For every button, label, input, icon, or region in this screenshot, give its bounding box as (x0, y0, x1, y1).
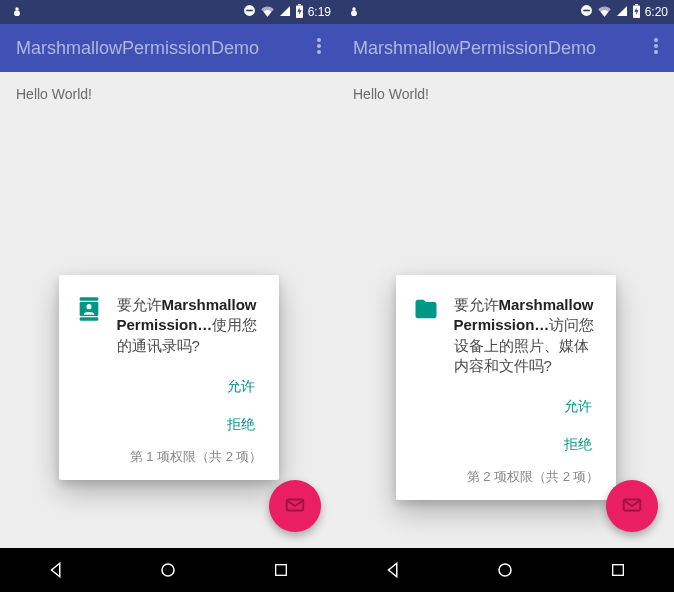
svg-point-24 (654, 44, 658, 48)
svg-rect-20 (583, 10, 590, 12)
status-time: 6:19 (308, 5, 331, 19)
deny-button[interactable]: 拒绝 (219, 412, 263, 438)
permission-dialog: 要允许MarshmallowPermission…访问您设备上的照片、媒体内容和… (396, 275, 616, 500)
permission-counter: 第 1 项权限（共 2 项） (75, 448, 263, 466)
status-bar: 6:20 (337, 0, 674, 24)
svg-rect-21 (635, 4, 638, 5)
svg-rect-4 (298, 4, 301, 5)
recent-button[interactable] (588, 562, 648, 578)
app-title: MarshmallowPermissionDemo (353, 38, 596, 59)
svg-point-8 (317, 50, 321, 54)
svg-point-6 (317, 38, 321, 42)
home-button[interactable] (138, 561, 198, 579)
action-bar: MarshmallowPermissionDemo (337, 24, 674, 72)
phone-screen: 6:19 MarshmallowPermissionDemo Hello Wor… (0, 0, 337, 592)
svg-rect-16 (275, 565, 286, 576)
fab-button[interactable] (606, 480, 658, 532)
svg-rect-11 (79, 317, 98, 321)
status-bar: 6:19 (0, 0, 337, 24)
svg-point-12 (86, 304, 91, 309)
svg-point-23 (654, 38, 658, 42)
contacts-icon (75, 295, 103, 326)
back-button[interactable] (26, 561, 86, 579)
allow-button[interactable]: 允许 (219, 374, 263, 400)
back-button[interactable] (363, 561, 423, 579)
mail-icon (284, 494, 306, 519)
svg-rect-3 (246, 10, 253, 12)
recent-button[interactable] (251, 562, 311, 578)
content-area: Hello World! 要允许MarshmallowPermission…访问… (337, 72, 674, 548)
permission-counter: 第 2 项权限（共 2 项） (412, 468, 600, 486)
svg-point-25 (654, 50, 658, 54)
folder-icon (412, 295, 440, 326)
debug-icon (347, 5, 361, 19)
status-time: 6:20 (645, 5, 668, 19)
overflow-menu-icon[interactable] (654, 38, 658, 59)
permission-dialog: 要允许MarshmallowPermission…使用您的通讯录吗? 允许 拒绝… (59, 275, 279, 480)
content-area: Hello World! 要允许MarshmallowPermission…使用… (0, 72, 337, 548)
wifi-icon (597, 4, 612, 20)
svg-rect-28 (612, 565, 623, 576)
mail-icon (621, 494, 643, 519)
permission-message: 要允许MarshmallowPermission…访问您设备上的照片、媒体内容和… (454, 295, 600, 376)
signal-icon (279, 5, 291, 20)
permission-message: 要允许MarshmallowPermission…使用您的通讯录吗? (117, 295, 263, 356)
battery-icon (632, 4, 641, 21)
svg-rect-1 (14, 10, 20, 16)
home-button[interactable] (475, 561, 535, 579)
battery-icon (295, 4, 304, 21)
navigation-bar (0, 548, 337, 592)
signal-icon (616, 5, 628, 20)
app-title: MarshmallowPermissionDemo (16, 38, 259, 59)
svg-point-7 (317, 44, 321, 48)
dnd-icon (243, 4, 256, 20)
allow-button[interactable]: 允许 (556, 394, 600, 420)
debug-icon (10, 5, 24, 19)
svg-rect-18 (351, 10, 357, 16)
overflow-menu-icon[interactable] (317, 38, 321, 59)
navigation-bar (337, 548, 674, 592)
wifi-icon (260, 4, 275, 20)
fab-button[interactable] (269, 480, 321, 532)
svg-point-15 (162, 564, 174, 576)
svg-rect-9 (79, 297, 98, 301)
dnd-icon (580, 4, 593, 20)
deny-button[interactable]: 拒绝 (556, 432, 600, 458)
phone-screen: 6:20 MarshmallowPermissionDemo Hello Wor… (337, 0, 674, 592)
action-bar: MarshmallowPermissionDemo (0, 24, 337, 72)
svg-point-27 (499, 564, 511, 576)
